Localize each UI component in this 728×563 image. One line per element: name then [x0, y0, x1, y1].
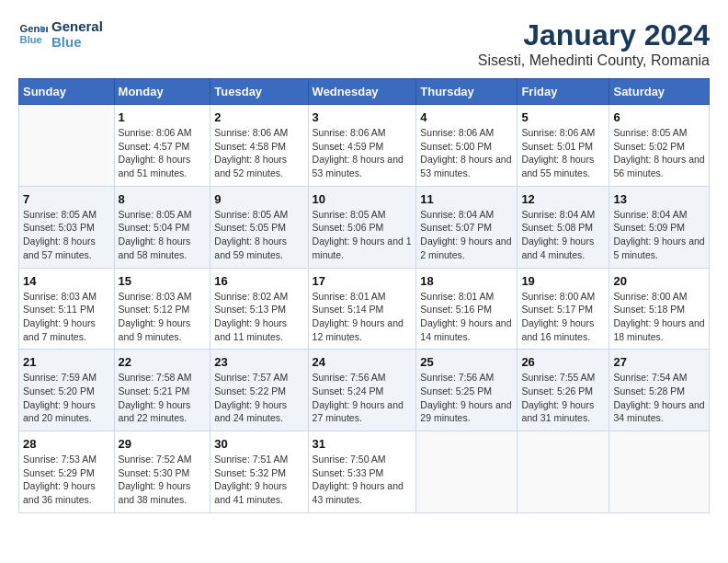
calendar-table: SundayMondayTuesdayWednesdayThursdayFrid…	[18, 78, 710, 513]
day-info: Sunrise: 8:03 AMSunset: 5:12 PMDaylight:…	[119, 290, 207, 344]
header-day: Monday	[114, 79, 210, 105]
day-info: Sunrise: 7:57 AMSunset: 5:22 PMDaylight:…	[214, 371, 303, 425]
day-cell: 8Sunrise: 8:05 AMSunset: 5:04 PMDaylight…	[114, 186, 210, 268]
day-cell: 10Sunrise: 8:05 AMSunset: 5:06 PMDayligh…	[308, 186, 416, 268]
day-number: 18	[420, 274, 513, 288]
day-cell: 3Sunrise: 8:06 AMSunset: 4:59 PMDaylight…	[308, 105, 416, 187]
day-info: Sunrise: 8:03 AMSunset: 5:11 PMDaylight:…	[23, 290, 110, 344]
day-cell: 11Sunrise: 8:04 AMSunset: 5:07 PMDayligh…	[416, 186, 518, 268]
day-info: Sunrise: 7:53 AMSunset: 5:29 PMDaylight:…	[23, 453, 110, 507]
day-number: 9	[214, 192, 303, 206]
header-row: SundayMondayTuesdayWednesdayThursdayFrid…	[19, 79, 710, 105]
day-cell: 7Sunrise: 8:05 AMSunset: 5:03 PMDaylight…	[19, 186, 115, 268]
day-info: Sunrise: 8:00 AMSunset: 5:17 PMDaylight:…	[521, 290, 605, 344]
day-number: 4	[420, 110, 513, 124]
day-number: 11	[420, 192, 513, 206]
week-row: 1Sunrise: 8:06 AMSunset: 4:57 PMDaylight…	[19, 105, 710, 187]
day-number: 31	[313, 437, 413, 451]
day-info: Sunrise: 8:05 AMSunset: 5:02 PMDaylight:…	[613, 126, 705, 180]
day-cell: 1Sunrise: 8:06 AMSunset: 4:57 PMDaylight…	[114, 105, 210, 187]
day-info: Sunrise: 8:04 AMSunset: 5:09 PMDaylight:…	[613, 208, 705, 262]
day-info: Sunrise: 7:50 AMSunset: 5:33 PMDaylight:…	[313, 453, 413, 507]
day-info: Sunrise: 7:52 AMSunset: 5:30 PMDaylight:…	[119, 453, 207, 507]
day-info: Sunrise: 7:51 AMSunset: 5:32 PMDaylight:…	[214, 453, 303, 507]
day-number: 20	[613, 274, 705, 288]
header: General Blue General Blue January 2024 S…	[18, 18, 710, 69]
day-cell: 30Sunrise: 7:51 AMSunset: 5:32 PMDayligh…	[210, 431, 308, 513]
main-title: January 2024	[478, 18, 710, 52]
week-row: 28Sunrise: 7:53 AMSunset: 5:29 PMDayligh…	[19, 431, 710, 513]
header-day: Tuesday	[210, 79, 308, 105]
day-cell: 24Sunrise: 7:56 AMSunset: 5:24 PMDayligh…	[308, 350, 416, 431]
day-cell: 2Sunrise: 8:06 AMSunset: 4:58 PMDaylight…	[210, 105, 308, 187]
day-info: Sunrise: 8:06 AMSunset: 5:00 PMDaylight:…	[420, 126, 513, 180]
day-info: Sunrise: 7:54 AMSunset: 5:28 PMDaylight:…	[613, 371, 705, 425]
day-cell: 6Sunrise: 8:05 AMSunset: 5:02 PMDaylight…	[609, 105, 710, 187]
day-number: 12	[521, 192, 605, 206]
day-cell: 13Sunrise: 8:04 AMSunset: 5:09 PMDayligh…	[609, 186, 710, 268]
day-info: Sunrise: 8:04 AMSunset: 5:07 PMDaylight:…	[420, 208, 513, 262]
day-number: 14	[23, 274, 110, 288]
day-info: Sunrise: 8:05 AMSunset: 5:04 PMDaylight:…	[119, 208, 207, 262]
day-cell	[19, 105, 115, 187]
day-cell: 29Sunrise: 7:52 AMSunset: 5:30 PMDayligh…	[114, 431, 210, 513]
subtitle: Sisesti, Mehedinti County, Romania	[478, 52, 710, 69]
week-row: 21Sunrise: 7:59 AMSunset: 5:20 PMDayligh…	[19, 350, 710, 431]
day-info: Sunrise: 8:00 AMSunset: 5:18 PMDaylight:…	[613, 290, 705, 344]
day-info: Sunrise: 8:01 AMSunset: 5:14 PMDaylight:…	[313, 290, 413, 344]
day-number: 10	[313, 192, 413, 206]
day-number: 17	[313, 274, 413, 288]
day-cell: 17Sunrise: 8:01 AMSunset: 5:14 PMDayligh…	[308, 268, 416, 350]
day-number: 8	[119, 192, 207, 206]
day-info: Sunrise: 8:06 AMSunset: 4:57 PMDaylight:…	[119, 126, 207, 180]
day-info: Sunrise: 7:59 AMSunset: 5:20 PMDaylight:…	[23, 371, 110, 425]
day-cell	[416, 431, 518, 513]
day-number: 25	[420, 355, 513, 369]
day-number: 28	[23, 437, 110, 451]
header-day: Saturday	[609, 79, 710, 105]
day-info: Sunrise: 7:58 AMSunset: 5:21 PMDaylight:…	[119, 371, 207, 425]
day-cell: 23Sunrise: 7:57 AMSunset: 5:22 PMDayligh…	[210, 350, 308, 431]
day-cell: 27Sunrise: 7:54 AMSunset: 5:28 PMDayligh…	[609, 350, 710, 431]
day-info: Sunrise: 7:55 AMSunset: 5:26 PMDaylight:…	[521, 371, 605, 425]
day-cell	[518, 431, 609, 513]
day-number: 7	[23, 192, 110, 206]
day-cell: 31Sunrise: 7:50 AMSunset: 5:33 PMDayligh…	[308, 431, 416, 513]
day-number: 30	[214, 437, 303, 451]
header-day: Sunday	[19, 79, 115, 105]
day-cell: 18Sunrise: 8:01 AMSunset: 5:16 PMDayligh…	[416, 268, 518, 350]
title-area: January 2024 Sisesti, Mehedinti County, …	[478, 18, 710, 69]
day-number: 6	[613, 110, 705, 124]
day-info: Sunrise: 8:05 AMSunset: 5:05 PMDaylight:…	[214, 208, 303, 262]
day-cell: 21Sunrise: 7:59 AMSunset: 5:20 PMDayligh…	[19, 350, 115, 431]
day-cell: 9Sunrise: 8:05 AMSunset: 5:05 PMDaylight…	[210, 186, 308, 268]
day-number: 5	[521, 110, 605, 124]
logo: General Blue General Blue	[18, 18, 103, 50]
day-cell: 20Sunrise: 8:00 AMSunset: 5:18 PMDayligh…	[609, 268, 710, 350]
day-number: 23	[214, 355, 303, 369]
day-cell	[609, 431, 710, 513]
day-number: 29	[119, 437, 207, 451]
day-number: 27	[613, 355, 705, 369]
day-info: Sunrise: 8:04 AMSunset: 5:08 PMDaylight:…	[521, 208, 605, 262]
day-cell: 4Sunrise: 8:06 AMSunset: 5:00 PMDaylight…	[416, 105, 518, 187]
header-day: Friday	[518, 79, 609, 105]
logo-line1: General	[51, 18, 103, 34]
header-day: Wednesday	[308, 79, 416, 105]
logo-icon: General Blue	[18, 19, 48, 49]
day-number: 22	[119, 355, 207, 369]
day-number: 26	[521, 355, 605, 369]
day-number: 24	[313, 355, 413, 369]
day-number: 16	[214, 274, 303, 288]
svg-text:Blue: Blue	[20, 34, 42, 45]
day-number: 19	[521, 274, 605, 288]
day-cell: 15Sunrise: 8:03 AMSunset: 5:12 PMDayligh…	[114, 268, 210, 350]
day-cell: 22Sunrise: 7:58 AMSunset: 5:21 PMDayligh…	[114, 350, 210, 431]
day-cell: 14Sunrise: 8:03 AMSunset: 5:11 PMDayligh…	[19, 268, 115, 350]
day-cell: 25Sunrise: 7:56 AMSunset: 5:25 PMDayligh…	[416, 350, 518, 431]
day-number: 1	[119, 110, 207, 124]
day-info: Sunrise: 8:05 AMSunset: 5:06 PMDaylight:…	[313, 208, 413, 262]
day-info: Sunrise: 8:06 AMSunset: 4:58 PMDaylight:…	[214, 126, 303, 180]
day-number: 2	[214, 110, 303, 124]
day-info: Sunrise: 8:02 AMSunset: 5:13 PMDaylight:…	[214, 290, 303, 344]
